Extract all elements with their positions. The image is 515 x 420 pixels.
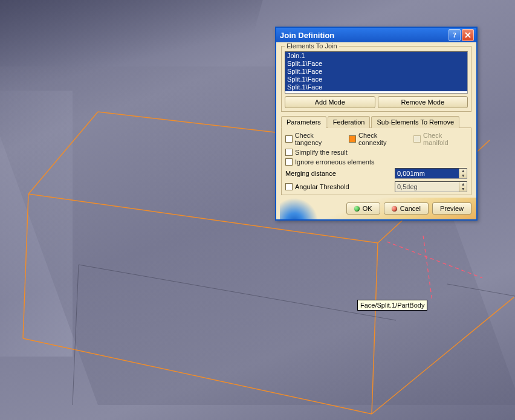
spinner-arrows-icon: ▲▼ — [459, 182, 467, 192]
check-manifold-label: Check manifold — [423, 132, 467, 146]
simplify-result-checkbox[interactable] — [285, 149, 293, 156]
tooltip-text: Face/Split.1/PartBody — [360, 302, 424, 309]
group-legend: Elements To Join — [285, 42, 339, 50]
close-button[interactable] — [462, 29, 474, 41]
ignore-erroneous-label: Ignore erroneous elements — [295, 158, 374, 166]
angular-threshold-checkbox[interactable] — [285, 183, 293, 190]
ok-button[interactable]: OK — [346, 202, 380, 215]
list-item[interactable]: Join.1 — [285, 52, 467, 60]
check-connexity-checkbox[interactable] — [349, 135, 356, 143]
join-definition-dialog: Join Definition ? Elements To Join Join.… — [275, 27, 478, 221]
close-icon — [465, 32, 471, 38]
hover-tooltip: Face/Split.1/PartBody — [357, 300, 427, 311]
angular-threshold-input — [395, 182, 459, 192]
angular-threshold-label: Angular Threshold — [295, 183, 395, 190]
spinner-arrows-icon[interactable]: ▲▼ — [459, 169, 467, 178]
add-mode-button[interactable]: Add Mode — [285, 96, 375, 108]
list-item[interactable]: Split.1\Face — [285, 76, 467, 83]
check-tangency-label: Check tangency — [295, 132, 341, 146]
tab-sub-elements[interactable]: Sub-Elements To Remove — [371, 116, 459, 128]
tab-parameters[interactable]: Parameters — [281, 116, 326, 128]
tab-federation[interactable]: Federation — [328, 116, 371, 128]
ignore-erroneous-checkbox[interactable] — [285, 158, 293, 166]
preview-label: Preview — [440, 205, 464, 212]
ok-led-icon — [354, 206, 360, 212]
cancel-led-icon — [392, 206, 397, 212]
angular-threshold-spin: ▲▼ — [395, 181, 467, 192]
tab-strip: Parameters Federation Sub-Elements To Re… — [281, 115, 471, 128]
check-connexity-label: Check connexity — [358, 132, 406, 146]
remove-mode-button[interactable]: Remove Mode — [378, 96, 468, 108]
preview-button[interactable]: Preview — [432, 202, 471, 215]
simplify-result-label: Simplify the result — [295, 149, 348, 156]
parameters-panel: Check tangency Check connexity Check man… — [281, 128, 471, 195]
list-item[interactable]: Split.1\Face — [285, 60, 467, 68]
dialog-title: Join Definition — [280, 31, 447, 40]
elements-listbox[interactable]: Join.1 Split.1\Face Split.1\Face Split.1… — [285, 51, 468, 94]
merging-distance-input[interactable] — [395, 169, 459, 178]
help-button[interactable]: ? — [449, 29, 461, 41]
list-item[interactable]: Split.1\Face — [285, 83, 467, 91]
cancel-button[interactable]: Cancel — [384, 202, 429, 215]
ok-label: OK — [363, 205, 372, 212]
merging-distance-spin[interactable]: ▲▼ — [395, 168, 467, 179]
merging-distance-label: Merging distance — [285, 170, 395, 177]
cancel-label: Cancel — [400, 205, 421, 212]
list-item[interactable]: Split.1\Face — [285, 68, 467, 76]
check-manifold-checkbox — [413, 135, 421, 143]
elements-to-join-group: Elements To Join Join.1 Split.1\Face Spl… — [281, 46, 471, 112]
dialog-titlebar[interactable]: Join Definition ? — [276, 28, 476, 42]
dialog-footer: OK Cancel Preview — [276, 198, 476, 219]
check-tangency-checkbox[interactable] — [285, 135, 293, 143]
